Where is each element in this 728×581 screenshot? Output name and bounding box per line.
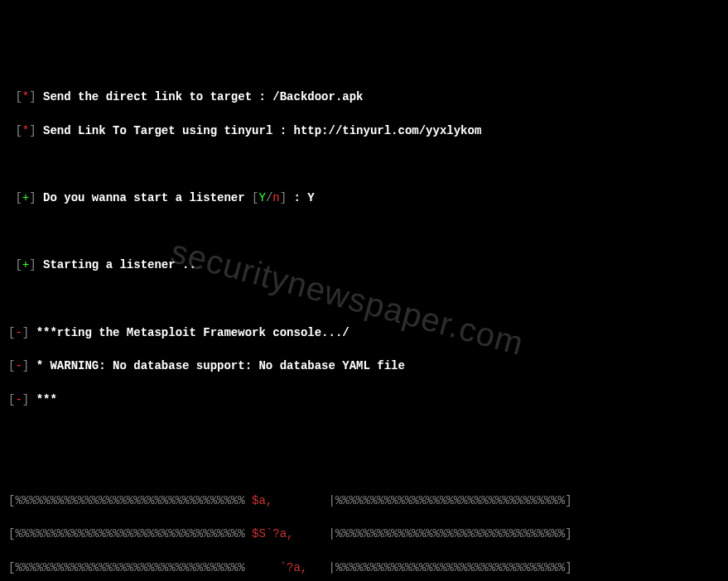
line-send-direct: [*] Send the direct link to target : /Ba… (8, 89, 720, 105)
line-msf-warning: [-] * WARNING: No database support: No d… (8, 358, 720, 374)
line-send-tinyurl: [*] Send Link To Target using tinyurl : … (8, 122, 720, 139)
banner-row: [%%%%%%%%%%%%%%%%%%%%%%%%%%%%%%%%% $S`?a… (8, 526, 720, 542)
line-prompt-listener: [+] Do you wanna start a listener [Y/n] … (8, 190, 720, 206)
line-msf-start1: [-] ***rting the Metasploit Framework co… (8, 324, 720, 341)
line-starting-listener: [+] Starting a listener .. (8, 257, 720, 273)
line-msf-stars: [-] *** (8, 391, 720, 408)
banner-row: [%%%%%%%%%%%%%%%%%%%%%%%%%%%%%%%%% $a, |… (8, 492, 720, 509)
terminal-output: [*] Send the direct link to target : /Ba… (8, 72, 720, 581)
banner-row: [%%%%%%%%%%%%%%%%%%%%%%%%%%%%%%%%% `?a, … (8, 559, 720, 576)
